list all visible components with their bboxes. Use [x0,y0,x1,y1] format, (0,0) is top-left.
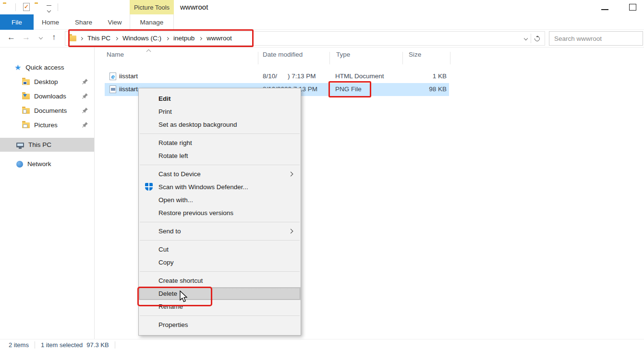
menu-separator [140,240,300,241]
folder-desktop-icon [22,79,30,85]
qat-separator [58,3,58,11]
refresh-icon[interactable] [534,35,541,42]
minimize-button[interactable] [601,9,608,10]
pin-icon [82,121,88,128]
folder-documents-icon [22,108,30,114]
annotation-delete-box [137,287,212,306]
title-bar: ✓ Picture Tools wwwroot [0,0,644,14]
properties-check-icon[interactable]: ✓ [23,3,30,11]
menu-item-send-to[interactable]: Send to [139,225,301,238]
annotation-breadcrumb-box [68,29,254,47]
network-icon [16,161,23,168]
annotation-png-file-box [328,81,371,97]
menu-item-set-as-desktop-background[interactable]: Set as desktop background [139,118,301,131]
status-divider [115,341,115,349]
folder-downloads-icon [22,94,30,99]
menu-item-copy[interactable]: Copy [139,256,301,269]
sidebar-item-desktop[interactable]: Desktop [0,75,94,89]
sidebar-item-pictures[interactable]: Pictures [0,118,94,132]
menu-item-rotate-right[interactable]: Rotate right [139,136,301,149]
computer-icon [16,143,24,147]
column-divider[interactable] [450,52,450,64]
html-file-icon: e [109,72,116,80]
pin-icon [82,107,88,114]
column-header-date-modified[interactable]: Date modified [263,51,303,58]
folder-pictures-icon [22,122,30,128]
sidebar-item-this-pc[interactable]: This PC [0,138,94,152]
menu-item-cut[interactable]: Cut [139,243,301,256]
sort-ascending-icon [146,49,151,54]
pin-icon [82,78,88,85]
ribbon-tab-bar: File Home Share View Manage [0,14,644,30]
menu-separator [140,133,300,134]
file-name: iisstart [119,72,138,80]
submenu-arrow-icon [289,229,293,234]
column-header-name[interactable]: Name [107,51,124,58]
defender-shield-icon [145,183,153,191]
star-icon: ★ [14,63,21,72]
customize-qat-dropdown[interactable] [47,5,51,13]
history-chevron-icon[interactable] [39,36,43,39]
up-icon[interactable]: ↑ [52,33,56,42]
tab-share[interactable]: Share [67,14,100,30]
mouse-cursor [179,290,188,303]
file-size: 1 KB [406,72,447,80]
status-bar: 2 items 1 item selected 97.3 KB [0,339,644,350]
tab-view[interactable]: View [100,14,130,30]
png-file-icon [109,85,116,93]
column-header-size[interactable]: Size [409,51,421,58]
status-selection-size: 97.3 KB [86,341,109,349]
menu-item-scan-with-windows-defender[interactable]: Scan with Windows Defender... [139,181,301,193]
menu-item-cast-to-device[interactable]: Cast to Device [139,168,301,181]
status-selection: 1 item selected [41,341,83,349]
menu-item-print[interactable]: Print [139,105,301,118]
file-type: HTML Document [335,72,384,80]
menu-item-properties[interactable]: Properties [139,318,301,331]
menu-separator [140,271,300,272]
sidebar-divider [94,48,95,339]
explorer-folder-icon [3,4,12,12]
sidebar-item-documents[interactable]: Documents [0,104,94,118]
menu-separator [140,165,300,165]
menu-item-rotate-left[interactable]: Rotate left [139,149,301,162]
status-divider [35,341,35,349]
menu-separator [140,222,300,222]
sidebar-item-downloads[interactable]: Downloads [0,89,94,103]
tab-home[interactable]: Home [34,14,67,30]
submenu-arrow-icon [289,172,293,177]
sidebar-item-network[interactable]: Network [0,157,94,171]
search-box[interactable] [549,31,643,46]
back-icon[interactable]: ← [7,33,15,42]
menu-item-edit[interactable]: Edit [139,92,301,105]
new-folder-icon[interactable] [35,4,44,12]
pin-icon [82,93,88,99]
file-size: 98 KB [406,85,447,93]
qat-separator [15,3,16,11]
picture-tools-tab-group: Picture Tools [130,0,174,14]
forward-icon[interactable]: → [22,33,30,42]
column-divider[interactable] [329,52,330,64]
window-title: wwwroot [180,3,208,11]
file-explorer-window: ✓ Picture Tools wwwroot File Home Share … [0,0,644,350]
sidebar-item-quick-access[interactable]: ★ Quick access [0,60,94,74]
file-date-part2: ) 7:13 PM [288,72,316,80]
status-item-count: 2 items [9,341,29,349]
file-name: iisstart [119,85,138,93]
tab-manage[interactable]: Manage [130,14,174,30]
menu-item-open-with[interactable]: Open with... [139,193,301,206]
file-date-part1: 8/10/ [263,72,277,80]
menu-item-create-shortcut[interactable]: Create shortcut [139,274,301,287]
maximize-button[interactable] [629,4,636,11]
search-input[interactable] [549,32,643,45]
address-dropdown-icon[interactable] [524,36,528,40]
tab-file[interactable]: File [0,14,34,30]
column-divider[interactable] [258,52,258,64]
picture-tools-label: Picture Tools [134,4,170,11]
column-header-type[interactable]: Type [336,51,350,58]
menu-separator [140,315,300,316]
menu-item-restore-previous-versions[interactable]: Restore previous versions [139,206,301,219]
column-divider[interactable] [402,52,403,64]
table-row-iisstart-html[interactable]: e iisstart 8/10/ ) 7:13 PM HTML Document… [105,70,449,83]
address-divider [531,34,531,43]
